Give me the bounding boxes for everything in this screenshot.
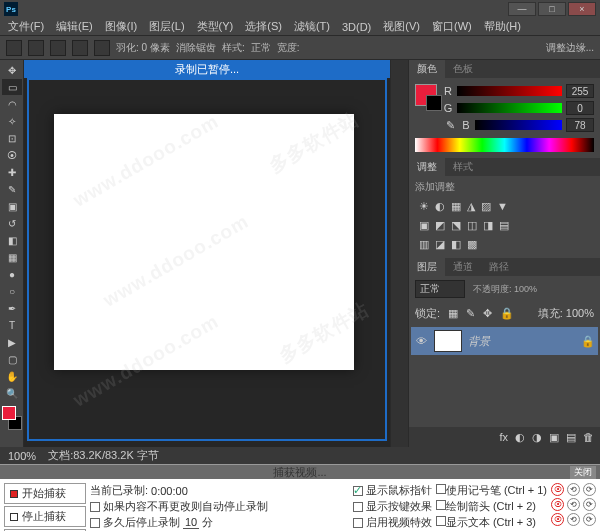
show-keys-checkbox[interactable] [353, 502, 363, 512]
selection-new-icon[interactable] [28, 40, 44, 56]
fwd-icon[interactable]: ⟳ [583, 483, 596, 496]
stop-capture-button[interactable]: 停止捕获 [4, 506, 86, 527]
back-icon[interactable]: ⟲ [567, 513, 580, 526]
menu-filter[interactable]: 滤镜(T) [288, 19, 336, 34]
tab-paths[interactable]: 路径 [481, 258, 517, 276]
autostop-checkbox[interactable] [90, 502, 100, 512]
stamp-tool[interactable]: ▣ [2, 198, 22, 214]
enable-fx-checkbox[interactable] [353, 518, 363, 528]
tab-color[interactable]: 颜色 [409, 60, 445, 78]
zoom-tool[interactable]: 🔍 [2, 385, 22, 401]
blend-mode-select[interactable]: 正常 [415, 280, 465, 298]
back-icon[interactable]: ⟲ [567, 498, 580, 511]
selection-subtract-icon[interactable] [72, 40, 88, 56]
adjustment-layer-icon[interactable]: ◑ [532, 431, 542, 444]
menu-type[interactable]: 类型(Y) [191, 19, 240, 34]
lock-pixels-icon[interactable]: ▦ [448, 307, 458, 320]
zoom-level[interactable]: 100% [8, 450, 36, 462]
selection-intersect-icon[interactable] [94, 40, 110, 56]
maximize-button[interactable]: □ [538, 2, 566, 16]
longstop-checkbox[interactable] [90, 518, 100, 528]
lasso-tool[interactable]: ◠ [2, 96, 22, 112]
eraser-tool[interactable]: ◧ [2, 232, 22, 248]
layer-row[interactable]: 👁 背景 🔒 [411, 327, 598, 355]
wand-tool[interactable]: ✧ [2, 113, 22, 129]
layer-thumbnail[interactable] [434, 330, 462, 352]
menu-3d[interactable]: 3D(D) [336, 21, 377, 33]
slider-g-value[interactable]: 0 [566, 101, 594, 115]
marquee-tool[interactable]: ▭ [2, 79, 22, 95]
tab-swatches[interactable]: 色板 [445, 60, 481, 78]
menu-edit[interactable]: 编辑(E) [50, 19, 99, 34]
slider-g[interactable] [457, 103, 562, 113]
menu-file[interactable]: 文件(F) [2, 19, 50, 34]
rec-dot-icon[interactable]: ⦿ [551, 513, 564, 526]
longstop-unit: 分 [202, 515, 213, 530]
fwd-icon[interactable]: ⟳ [583, 498, 596, 511]
recorded-time: 0:00:00 [151, 485, 188, 497]
fwd-icon[interactable]: ⟳ [583, 513, 596, 526]
tab-layers[interactable]: 图层 [409, 258, 445, 276]
mask-icon[interactable]: ◐ [515, 431, 525, 444]
dodge-tool[interactable]: ○ [2, 283, 22, 299]
color-chip[interactable] [415, 84, 437, 106]
lock-icon[interactable]: 🔒 [500, 307, 514, 320]
show-cursor-checkbox[interactable] [353, 486, 363, 496]
fx-icon[interactable]: fx [499, 431, 508, 443]
visibility-icon[interactable]: 👁 [414, 335, 428, 347]
menu-select[interactable]: 选择(S) [239, 19, 288, 34]
lock-position-icon[interactable]: ✎ [466, 307, 475, 320]
layer-name[interactable]: 背景 [468, 334, 490, 349]
eyedropper-tool[interactable]: ⦿ [2, 147, 22, 163]
capture-close-button[interactable]: 关闭 [570, 466, 596, 479]
foreground-color[interactable] [2, 406, 16, 420]
spectrum-bar[interactable] [415, 138, 594, 152]
slider-b[interactable] [475, 120, 562, 130]
slider-b-value[interactable]: 78 [566, 118, 594, 132]
menu-window[interactable]: 窗口(W) [426, 19, 478, 34]
rec-dot-icon[interactable]: ⦿ [551, 498, 564, 511]
document-canvas[interactable] [54, 114, 354, 370]
pen-tool[interactable]: ✒ [2, 300, 22, 316]
hand-tool[interactable]: ✋ [2, 368, 22, 384]
heal-tool[interactable]: ✚ [2, 164, 22, 180]
start-capture-button[interactable]: 开始捕获 [4, 483, 86, 504]
color-swatches[interactable] [2, 406, 22, 430]
history-brush-tool[interactable]: ↺ [2, 215, 22, 231]
rec-dot-icon[interactable]: ⦿ [551, 483, 564, 496]
collapsed-panel-dock[interactable] [390, 60, 408, 447]
minimize-button[interactable]: — [508, 2, 536, 16]
slider-r-value[interactable]: 255 [566, 84, 594, 98]
tab-styles[interactable]: 样式 [445, 158, 481, 176]
marquee-tool-icon[interactable] [6, 40, 22, 56]
blur-tool[interactable]: ● [2, 266, 22, 282]
tab-adjustments[interactable]: 调整 [409, 158, 445, 176]
move-tool[interactable]: ✥ [2, 62, 22, 78]
draw-arrow-checkbox[interactable] [436, 500, 446, 510]
brush-tool[interactable]: ✎ [2, 181, 22, 197]
menu-view[interactable]: 视图(V) [377, 19, 426, 34]
new-layer-icon[interactable]: ▤ [566, 431, 576, 444]
use-marker-checkbox[interactable] [436, 484, 446, 494]
doc-info: 文档:83.2K/83.2K 字节 [48, 448, 159, 463]
gradient-tool[interactable]: ▦ [2, 249, 22, 265]
back-icon[interactable]: ⟲ [567, 483, 580, 496]
crop-tool[interactable]: ⊡ [2, 130, 22, 146]
menu-help[interactable]: 帮助(H) [478, 19, 527, 34]
adjust-edge-button[interactable]: 调整边缘... [546, 41, 594, 55]
shape-tool[interactable]: ▢ [2, 351, 22, 367]
style-value[interactable]: 正常 [251, 41, 271, 55]
longstop-value[interactable]: 10 [183, 516, 199, 529]
slider-r[interactable] [457, 86, 562, 96]
lock-all-icon[interactable]: ✥ [483, 307, 492, 320]
menu-layer[interactable]: 图层(L) [143, 19, 190, 34]
delete-layer-icon[interactable]: 🗑 [583, 431, 594, 443]
group-icon[interactable]: ▣ [549, 431, 559, 444]
show-text-checkbox[interactable] [436, 516, 446, 526]
close-button[interactable]: × [568, 2, 596, 16]
type-tool[interactable]: T [2, 317, 22, 333]
path-select-tool[interactable]: ▶ [2, 334, 22, 350]
tab-channels[interactable]: 通道 [445, 258, 481, 276]
selection-add-icon[interactable] [50, 40, 66, 56]
menu-image[interactable]: 图像(I) [99, 19, 143, 34]
